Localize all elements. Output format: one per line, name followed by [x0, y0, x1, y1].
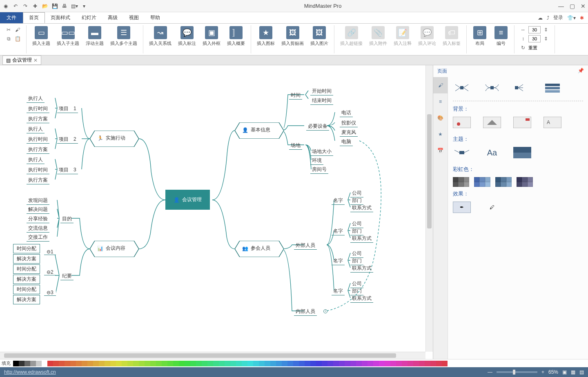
layout-thumb-4[interactable]	[543, 82, 561, 93]
theme-thumb-3[interactable]	[513, 147, 531, 158]
topic-time[interactable]: 时间	[289, 91, 302, 100]
palette-2[interactable]	[474, 177, 490, 187]
topic-equip[interactable]: 必要设备	[306, 122, 329, 131]
close-tab-icon[interactable]: ✕	[33, 58, 38, 63]
leaf[interactable]: 结束时间	[310, 97, 333, 105]
tab-home[interactable]: 首页	[23, 12, 45, 23]
leaf[interactable]: 公司	[350, 220, 363, 228]
collapse-icon[interactable]: ⊖	[47, 290, 51, 295]
leaf[interactable]: 部门	[350, 287, 363, 295]
topic-name[interactable]: 名字	[332, 197, 345, 205]
reset-icon[interactable]: ↻	[519, 44, 527, 51]
leaf[interactable]: 执行人	[27, 95, 45, 103]
leaf[interactable]: 环境	[310, 157, 323, 165]
insert-multi-button[interactable]: ☰插入多个主题	[109, 25, 139, 47]
print-icon[interactable]: 🖶	[61, 3, 68, 9]
bg-thumb-1[interactable]	[453, 117, 471, 128]
leaf[interactable]: 麦克风	[340, 129, 358, 137]
insert-topic-button[interactable]: ▭插入主题	[31, 25, 52, 47]
topic-name[interactable]: 名字	[332, 227, 345, 235]
numbering-button[interactable]: ≡编号	[492, 25, 510, 47]
view-mode-2-icon[interactable]: ▦	[571, 369, 575, 375]
copy-icon[interactable]: ⧉	[5, 35, 12, 42]
status-url[interactable]: http://www.edrawsoft.cn	[4, 369, 56, 375]
vertical-scrollbar[interactable]	[425, 65, 433, 352]
panel-tab-star[interactable]: ★	[433, 126, 448, 142]
panel-tab-paint[interactable]: 🎨	[433, 110, 448, 126]
export-icon[interactable]: ▤▾	[71, 3, 78, 9]
topic-venue[interactable]: 场地	[289, 142, 302, 150]
horizontal-scrollbar[interactable]	[0, 352, 425, 359]
leaf[interactable]: 解决问题	[27, 206, 49, 214]
leaf[interactable]: 执行人	[27, 125, 45, 133]
paste-icon[interactable]: 📋	[14, 35, 21, 42]
zoom-out-button[interactable]: —	[488, 369, 492, 375]
leaf[interactable]: 公司	[350, 189, 363, 197]
leaf[interactable]: 联系方式	[350, 295, 373, 303]
topic-minutes[interactable]: 纪要	[60, 272, 74, 280]
leaf[interactable]: 执行方案	[27, 176, 49, 184]
leaf[interactable]: 公司	[350, 280, 363, 288]
palette-3[interactable]	[495, 177, 512, 187]
insert-float-button[interactable]: ▬浮动主题	[84, 25, 105, 47]
stepper-icon[interactable]: ⇕	[542, 26, 550, 33]
tab-page-style[interactable]: 页面样式	[45, 12, 76, 23]
topic-name[interactable]: 名字	[332, 257, 345, 265]
leaf[interactable]: 联系方式	[350, 204, 373, 212]
panel-tab-list[interactable]: ≡	[433, 93, 448, 110]
leaf[interactable]: 执行时间	[27, 166, 49, 174]
redo-icon[interactable]: ↷	[22, 3, 29, 9]
tab-slideshow[interactable]: 幻灯片	[76, 12, 102, 23]
view-mode-1-icon[interactable]: ▣	[562, 369, 567, 375]
shirt-icon[interactable]: 👕▾	[567, 15, 576, 21]
insert-clipart-button[interactable]: 🖼插入剪贴画	[280, 25, 305, 47]
zoom-in-button[interactable]: +	[541, 369, 544, 375]
branch-attendees[interactable]: 👥参会人员	[235, 241, 284, 257]
topic-min2[interactable]: ⊖2	[44, 269, 56, 275]
leaf[interactable]: 投影仪	[340, 119, 358, 127]
minimize-button[interactable]: —	[558, 3, 564, 9]
tab-view[interactable]: 视图	[123, 12, 145, 23]
branch-content[interactable]: 📊会议内容	[90, 241, 139, 257]
insert-image-button[interactable]: 🖼插入图片	[309, 25, 330, 47]
maximize-button[interactable]: ▢	[570, 3, 575, 9]
login-link[interactable]: 登录	[553, 14, 563, 21]
topic-external[interactable]: 外部人员	[294, 242, 317, 250]
qat-dropdown-icon[interactable]: ▾	[81, 3, 87, 9]
leaf[interactable]: 公司	[350, 250, 363, 258]
branch-basicinfo[interactable]: 👤基本信息	[235, 122, 284, 139]
cloud-icon[interactable]: ☁	[538, 15, 543, 21]
leaf[interactable]: 执行人	[27, 156, 45, 164]
document-tab[interactable]: ▤ 会议管理 ✕	[2, 55, 41, 65]
vspace-input[interactable]	[528, 35, 541, 42]
insert-relation-button[interactable]: ↝插入关系线	[147, 25, 173, 47]
leaf[interactable]: 时间分配	[13, 285, 40, 294]
leaf[interactable]: 执行时间	[27, 105, 49, 113]
hspace-input[interactable]	[528, 26, 541, 33]
leaf[interactable]: 场地大小	[310, 148, 333, 156]
topic-name[interactable]: 名字	[332, 287, 345, 295]
insert-hyperlink-button[interactable]: 🔗插入超链接	[339, 25, 364, 47]
undo-icon[interactable]: ↶	[12, 3, 19, 9]
insert-tag-button[interactable]: 🏷插入标签	[441, 25, 462, 47]
layout-button[interactable]: ⊞布局	[471, 25, 489, 47]
save-icon[interactable]: 💾	[51, 3, 58, 9]
insert-summary-button[interactable]: 〛插入概要	[225, 25, 247, 47]
leaf[interactable]: 解决方案	[13, 254, 40, 264]
collapse-icon[interactable]: ⊖	[47, 249, 51, 255]
leaf[interactable]: 部门	[350, 197, 363, 205]
globe-icon[interactable]: ◉	[2, 3, 9, 9]
topic-project2[interactable]: 项目 2	[57, 135, 78, 144]
branch-action[interactable]: 🏃实施行动	[90, 131, 139, 147]
leaf[interactable]: 交流信息	[27, 224, 49, 233]
insert-subtopic-button[interactable]: ▭▭插入子主题	[55, 25, 81, 47]
theme-font[interactable]: Aa	[483, 147, 501, 158]
bg-thumb-4[interactable]: A	[543, 117, 561, 128]
new-icon[interactable]: ✚	[32, 3, 38, 9]
leaf[interactable]: 时间分配	[13, 264, 40, 274]
palette-1[interactable]	[453, 177, 469, 187]
topic-min1[interactable]: ⊖1	[44, 249, 56, 255]
layout-thumb-1[interactable]	[453, 82, 471, 93]
leaf[interactable]: 开始时间	[310, 87, 333, 95]
leaf[interactable]: 电脑	[340, 138, 353, 146]
